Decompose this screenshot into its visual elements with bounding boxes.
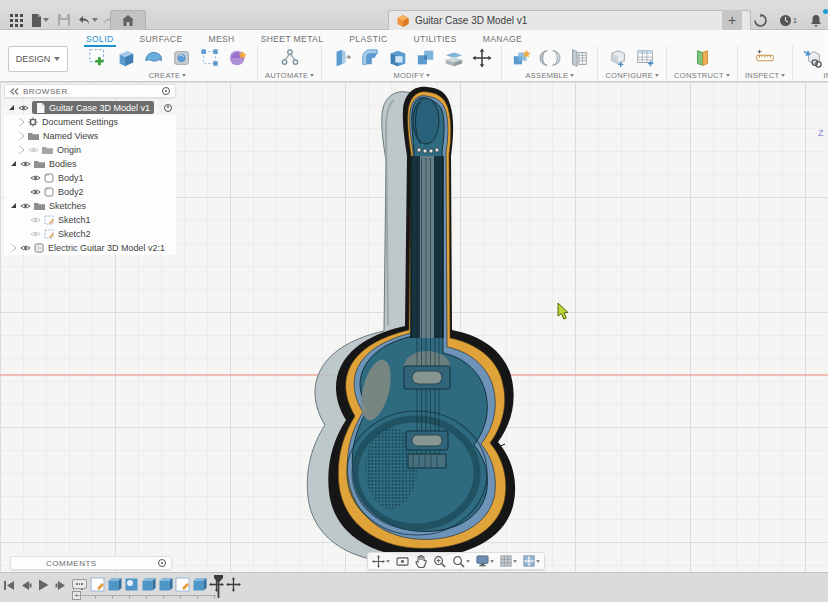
- notifications-bell-icon[interactable]: [806, 11, 826, 29]
- tree-row-sketches[interactable]: Sketches: [4, 199, 176, 213]
- form-icon[interactable]: [141, 47, 166, 70]
- timeline-group-collapsed[interactable]: [72, 579, 87, 589]
- plastic-rule-icon[interactable]: [225, 47, 250, 70]
- pan-icon[interactable]: [415, 555, 427, 568]
- play-icon[interactable]: [38, 579, 49, 591]
- viewports-icon[interactable]: [523, 555, 540, 567]
- browser-panel-options-icon[interactable]: [162, 87, 170, 95]
- orbit-icon[interactable]: [372, 555, 390, 568]
- tree-row-origin[interactable]: Origin: [4, 143, 176, 157]
- eye-icon[interactable]: [30, 188, 41, 196]
- eye-off-icon[interactable]: [28, 146, 39, 154]
- timeline-feature-sketch[interactable]: [90, 577, 105, 592]
- extrude-icon[interactable]: [113, 47, 138, 70]
- combine-icon[interactable]: [413, 47, 438, 70]
- bom-icon[interactable]: [565, 47, 590, 70]
- timeline-feature-extrude[interactable]: [158, 577, 173, 592]
- measure-icon[interactable]: [753, 47, 778, 70]
- tree-row-document-settings[interactable]: Document Settings: [4, 115, 176, 129]
- expander-open-icon[interactable]: [11, 161, 16, 166]
- insert-derive-icon[interactable]: [800, 47, 825, 70]
- bridge[interactable]: [408, 454, 446, 468]
- tab-mesh[interactable]: MESH: [206, 32, 236, 47]
- step-forward-icon[interactable]: [55, 580, 66, 591]
- activate-component-radio[interactable]: [164, 104, 172, 112]
- home-tab[interactable]: [110, 10, 146, 30]
- split-body-icon[interactable]: [441, 47, 466, 70]
- pattern-icon[interactable]: [197, 47, 222, 70]
- automate-menu[interactable]: AUTOMATE: [265, 71, 314, 80]
- config-table-icon[interactable]: [634, 47, 659, 70]
- expander-closed-icon[interactable]: [19, 146, 24, 154]
- tree-row-bodies[interactable]: Bodies: [4, 157, 176, 171]
- fit-icon[interactable]: [452, 555, 470, 568]
- comments-header[interactable]: COMMENTS: [10, 556, 172, 570]
- eye-icon[interactable]: [20, 244, 31, 252]
- history-clock-icon[interactable]: 1: [778, 11, 798, 29]
- tree-row-sketch1[interactable]: Sketch1: [4, 213, 176, 227]
- eye-icon[interactable]: [18, 104, 29, 112]
- insert-menu[interactable]: INSERT: [823, 71, 828, 80]
- tree-row-named-views[interactable]: Named Views: [4, 129, 176, 143]
- tree-row-sketch2[interactable]: Sketch2: [4, 227, 176, 241]
- look-at-icon[interactable]: [396, 556, 409, 567]
- expander-open-icon[interactable]: [9, 105, 14, 110]
- zoom-icon[interactable]: [433, 555, 446, 568]
- tab-utilities[interactable]: UTILITIES: [412, 32, 459, 47]
- timeline-feature-hole[interactable]: [124, 577, 139, 592]
- tab-sheet-metal[interactable]: SHEET METAL: [259, 32, 326, 47]
- timeline-track[interactable]: [78, 595, 216, 596]
- eye-icon[interactable]: [30, 174, 41, 182]
- timeline-feature-move[interactable]: [226, 577, 241, 592]
- create-sketch-icon[interactable]: [85, 47, 110, 70]
- automate-icon[interactable]: [277, 47, 302, 70]
- skip-to-start-icon[interactable]: [4, 580, 15, 591]
- expander-open-icon[interactable]: [11, 203, 16, 208]
- display-settings-icon[interactable]: [476, 555, 494, 567]
- joint-icon[interactable]: [537, 47, 562, 70]
- new-component-icon[interactable]: [509, 47, 534, 70]
- shell-icon[interactable]: [385, 47, 410, 70]
- eye-off-icon[interactable]: [30, 216, 41, 224]
- eye-icon[interactable]: [20, 160, 31, 168]
- browser-header[interactable]: BROWSER: [4, 84, 176, 98]
- construct-menu[interactable]: CONSTRUCT: [674, 71, 730, 80]
- timeline-feature-extrude[interactable]: [107, 577, 122, 592]
- tab-manage[interactable]: MANAGE: [481, 32, 524, 47]
- pickup-neck[interactable]: [404, 366, 450, 389]
- new-tab-button[interactable]: +: [722, 10, 742, 30]
- press-pull-icon[interactable]: [329, 47, 354, 70]
- configuration-icon[interactable]: [606, 47, 631, 70]
- tree-row-electric-guitar[interactable]: Electric Guitar 3D Model v2:1: [4, 241, 176, 255]
- assemble-menu[interactable]: ASSEMBLE: [525, 71, 574, 80]
- move-copy-icon[interactable]: [469, 47, 494, 70]
- undo-icon[interactable]: [78, 11, 98, 29]
- timeline-feature-extrude[interactable]: [141, 577, 156, 592]
- tree-row-body2[interactable]: Body2: [4, 185, 176, 199]
- document-tab[interactable]: Guitar Case 3D Model v1 ×: [388, 10, 751, 30]
- tab-surface[interactable]: SURFACE: [138, 32, 185, 47]
- modify-menu[interactable]: MODIFY: [393, 71, 430, 80]
- design-dropdown[interactable]: DESIGN: [8, 46, 68, 72]
- timeline-feature-sketch[interactable]: [175, 577, 190, 592]
- tab-plastic[interactable]: PLASTIC: [347, 32, 389, 47]
- expander-closed-icon[interactable]: [11, 244, 16, 252]
- eye-off-icon[interactable]: [30, 230, 41, 238]
- fillet-icon[interactable]: [357, 47, 382, 70]
- tree-row-root[interactable]: Guitar Case 3D Model v1: [4, 101, 176, 115]
- eye-icon[interactable]: [20, 202, 31, 210]
- inspect-menu[interactable]: INSPECT: [745, 71, 786, 80]
- hole-icon[interactable]: [169, 47, 194, 70]
- sync-icon[interactable]: [750, 11, 770, 29]
- construct-plane-icon[interactable]: [689, 47, 714, 70]
- step-back-icon[interactable]: [21, 580, 32, 591]
- configure-menu[interactable]: CONFIGURE: [605, 71, 659, 80]
- comments-panel-options-icon[interactable]: [158, 559, 166, 567]
- app-grid-icon[interactable]: [6, 11, 26, 29]
- expander-closed-icon[interactable]: [19, 132, 24, 140]
- tab-solid[interactable]: SOLID: [84, 32, 116, 47]
- pickup-bridge[interactable]: [406, 431, 448, 450]
- tree-row-body1[interactable]: Body1: [4, 171, 176, 185]
- file-icon[interactable]: [30, 11, 50, 29]
- save-icon[interactable]: [54, 11, 74, 29]
